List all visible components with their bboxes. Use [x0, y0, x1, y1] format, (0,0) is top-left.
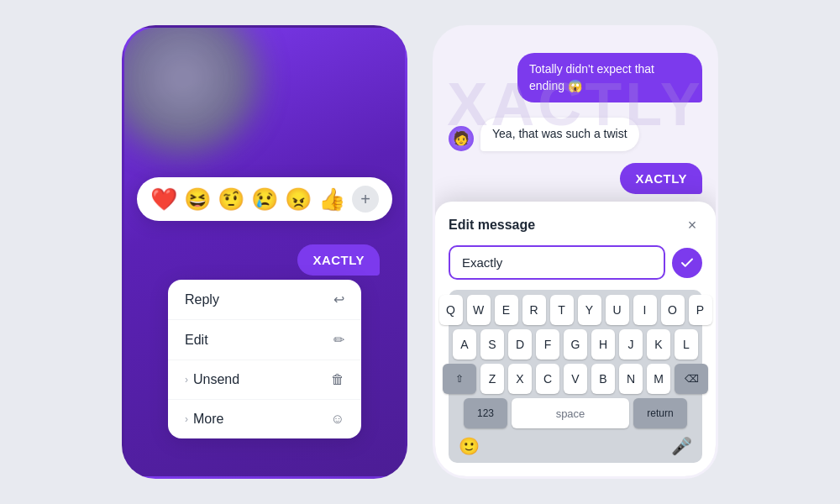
space-key[interactable]: space [512, 398, 629, 428]
avatar-received: 🧑 [449, 126, 474, 151]
right-phone: XACTLY Totally didn't expect that ending… [433, 25, 718, 479]
key-n[interactable]: N [619, 364, 643, 394]
edit-label: Edit [185, 333, 208, 348]
message-bubble-sent-1: Totally didn't expect that ending 😱 [517, 53, 702, 102]
key-b[interactable]: B [591, 364, 615, 394]
keyboard-bottom: 🙂 🎤 [454, 433, 697, 458]
keyboard-row-4: 123 space return [454, 398, 697, 428]
message-row-received: 🧑 Yea, that was such a twist [449, 118, 702, 151]
menu-item-more[interactable]: › More ☺ [168, 400, 361, 438]
key-k[interactable]: K [647, 329, 670, 360]
trash-icon: 🗑 [331, 372, 344, 387]
check-icon [680, 255, 695, 270]
edit-header: Edit message × [449, 215, 702, 235]
edit-modal: Edit message × Q W E R T Y U [435, 202, 716, 476]
num-key[interactable]: 123 [464, 398, 507, 428]
left-phone: ❤️ 😆 🤨 😢 😠 👍 + XACTLY Reply ↩ Edit ✏ › U… [122, 25, 407, 479]
keyboard-row-3: ⇧ Z X C V B N M ⌫ [454, 364, 697, 394]
key-f[interactable]: F [536, 329, 559, 360]
key-s[interactable]: S [480, 329, 504, 360]
key-q[interactable]: Q [439, 295, 463, 325]
key-z[interactable]: Z [480, 364, 504, 394]
key-l[interactable]: L [675, 329, 698, 360]
key-y[interactable]: Y [578, 295, 601, 325]
edit-modal-title: Edit message [449, 218, 535, 233]
key-v[interactable]: V [564, 364, 587, 394]
key-u[interactable]: U [606, 295, 629, 325]
unsend-label: Unsend [193, 372, 239, 387]
menu-item-edit[interactable]: Edit ✏ [168, 320, 361, 360]
more-label: More [193, 412, 223, 427]
reaction-cry[interactable]: 😢 [251, 186, 278, 213]
keyboard: Q W E R T Y U I O P A S D F G H J K [449, 290, 702, 463]
message-bubble-received-1: Yea, that was such a twist [480, 118, 639, 151]
unsend-chevron: › [185, 374, 188, 386]
edit-icon: ✏ [333, 332, 344, 348]
menu-item-unsend[interactable]: › Unsend 🗑 [168, 360, 361, 400]
reaction-thumbs-up[interactable]: 👍 [318, 186, 345, 213]
key-t[interactable]: T [550, 295, 574, 325]
reaction-laugh[interactable]: 😆 [184, 186, 211, 213]
xactly-bubble-left: XACTLY [297, 244, 380, 276]
key-r[interactable]: R [522, 295, 546, 325]
key-x[interactable]: X [508, 364, 532, 394]
reaction-heart[interactable]: ❤️ [150, 186, 177, 213]
more-reactions-button[interactable]: + [352, 186, 379, 213]
reaction-surprised[interactable]: 🤨 [218, 186, 244, 213]
return-key[interactable]: return [633, 398, 687, 428]
xactly-bubble-right: XACTLY [620, 163, 702, 194]
shift-key[interactable]: ⇧ [443, 364, 476, 394]
key-j[interactable]: J [619, 329, 643, 360]
reaction-angry[interactable]: 😠 [285, 186, 312, 213]
reaction-bar: ❤️ 😆 🤨 😢 😠 👍 + [137, 177, 392, 221]
key-m[interactable]: M [647, 364, 670, 394]
reply-label: Reply [185, 292, 219, 307]
menu-item-reply[interactable]: Reply ↩ [168, 280, 361, 320]
more-icon: ☺ [331, 412, 344, 427]
key-h[interactable]: H [591, 329, 615, 360]
more-chevron: › [185, 413, 188, 425]
key-p[interactable]: P [689, 295, 712, 325]
backspace-key[interactable]: ⌫ [675, 364, 708, 394]
edit-message-input[interactable] [449, 245, 665, 280]
reply-icon: ↩ [333, 291, 344, 307]
key-g[interactable]: G [564, 329, 587, 360]
key-o[interactable]: O [661, 295, 685, 325]
key-c[interactable]: C [536, 364, 559, 394]
key-i[interactable]: I [633, 295, 657, 325]
edit-input-row [449, 245, 702, 280]
context-menu: Reply ↩ Edit ✏ › Unsend 🗑 › More ☺ [168, 280, 361, 438]
key-e[interactable]: E [495, 295, 518, 325]
close-edit-button[interactable]: × [682, 215, 702, 235]
confirm-edit-button[interactable] [672, 248, 702, 278]
key-d[interactable]: D [508, 329, 532, 360]
microphone-icon[interactable]: 🎤 [671, 436, 692, 456]
emoji-keyboard-icon[interactable]: 🙂 [459, 436, 480, 456]
keyboard-row-1: Q W E R T Y U I O P [454, 295, 697, 325]
key-a[interactable]: A [453, 329, 476, 360]
avatar-blur [122, 25, 259, 154]
keyboard-row-2: A S D F G H J K L [454, 329, 697, 360]
key-w[interactable]: W [467, 295, 491, 325]
